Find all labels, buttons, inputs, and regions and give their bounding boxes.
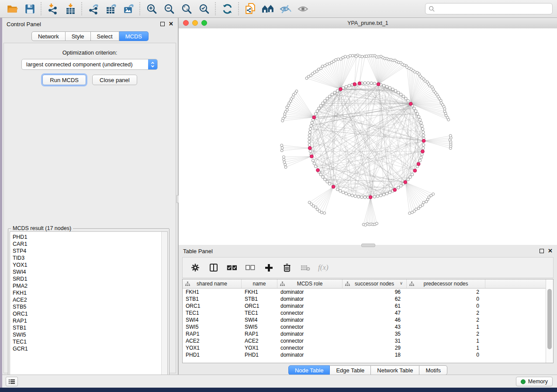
- ring-node[interactable]: [336, 89, 339, 92]
- ring-node[interactable]: [397, 186, 400, 189]
- ring-node[interactable]: [420, 156, 422, 159]
- ring-node[interactable]: [402, 95, 405, 98]
- table-row[interactable]: STB1STB1dominator620: [183, 296, 553, 303]
- ring-node[interactable]: [311, 121, 313, 124]
- search-input[interactable]: [435, 6, 552, 12]
- mcds-result-item[interactable]: ACE2: [10, 296, 161, 303]
- satellite-node[interactable]: [305, 77, 308, 79]
- satellite-node[interactable]: [312, 205, 315, 207]
- maximize-window-icon[interactable]: [201, 20, 207, 26]
- ring-node[interactable]: [308, 134, 311, 137]
- hide-selected-button[interactable]: [277, 1, 294, 16]
- mcds-result-item[interactable]: ORC1: [10, 310, 161, 317]
- ring-node[interactable]: [391, 88, 394, 90]
- mcds-result-item[interactable]: FKH1: [10, 289, 161, 296]
- mcds-result-item[interactable]: PHD1: [10, 234, 161, 241]
- mcds-hub-node[interactable]: [422, 139, 426, 143]
- ring-node[interactable]: [342, 191, 344, 193]
- deselect-all-button[interactable]: [245, 262, 256, 273]
- memory-button[interactable]: Memory: [516, 377, 553, 386]
- table-row[interactable]: YOX1YOX1connector291: [183, 344, 553, 351]
- mcds-result-item[interactable]: SRD1: [10, 275, 161, 282]
- ring-node[interactable]: [420, 121, 422, 124]
- ring-node[interactable]: [373, 82, 376, 85]
- ring-node[interactable]: [422, 144, 425, 146]
- mcds-hub-node[interactable]: [421, 150, 425, 153]
- ring-node[interactable]: [407, 100, 409, 102]
- mcds-hub-node[interactable]: [332, 185, 335, 189]
- ring-node[interactable]: [421, 153, 423, 156]
- ring-node[interactable]: [421, 127, 424, 130]
- ring-node[interactable]: [326, 97, 329, 100]
- ring-node[interactable]: [386, 85, 388, 88]
- mcds-hub-node[interactable]: [377, 83, 380, 86]
- refresh-button[interactable]: [218, 1, 236, 16]
- float-window-icon[interactable]: [160, 22, 165, 26]
- satellite-node[interactable]: [415, 208, 417, 210]
- ring-node[interactable]: [310, 124, 312, 127]
- mcds-hub-node[interactable]: [369, 196, 372, 199]
- ring-node[interactable]: [422, 147, 425, 149]
- mcds-hub-node[interactable]: [393, 188, 397, 192]
- ring-node[interactable]: [322, 102, 324, 104]
- satellite-node[interactable]: [408, 212, 411, 214]
- minimize-window-icon[interactable]: [192, 20, 198, 26]
- ring-node[interactable]: [319, 173, 322, 176]
- zoom-in-button[interactable]: [143, 1, 160, 16]
- satellite-node[interactable]: [355, 55, 357, 58]
- ring-node[interactable]: [313, 162, 315, 165]
- mcds-result-item[interactable]: GCR1: [10, 345, 161, 352]
- ring-node[interactable]: [405, 97, 407, 100]
- ring-node[interactable]: [417, 115, 420, 118]
- satellite-node[interactable]: [346, 55, 349, 58]
- delete-table-button[interactable]: [300, 262, 311, 273]
- ring-node[interactable]: [333, 91, 336, 94]
- ring-node[interactable]: [388, 86, 391, 89]
- mcds-result-list[interactable]: PHD1CAR1STP4TID3YOX1SWI4SRD1PMA2FKH1ACE2…: [10, 231, 168, 389]
- ring-node[interactable]: [339, 189, 342, 192]
- ring-node[interactable]: [316, 110, 318, 112]
- table-row[interactable]: TEC1TEC1connector472: [183, 309, 553, 316]
- ring-node[interactable]: [411, 173, 413, 176]
- ring-node[interactable]: [380, 194, 382, 197]
- table-row[interactable]: ORC1ORC1dominator610: [183, 303, 553, 309]
- table-row[interactable]: PHD1PHD1dominator180: [183, 351, 553, 358]
- export-network-button[interactable]: [85, 1, 102, 16]
- ring-node[interactable]: [345, 85, 347, 88]
- ring-node[interactable]: [419, 118, 421, 121]
- column-header-mcds-role[interactable]: MCDS role: [277, 279, 343, 288]
- mcds-hub-node[interactable]: [358, 82, 361, 85]
- show-all-button[interactable]: [294, 1, 311, 16]
- satellite-node[interactable]: [286, 106, 288, 109]
- table-scrollbar[interactable]: [546, 279, 553, 363]
- satellite-node[interactable]: [320, 211, 323, 214]
- task-history-button[interactable]: [6, 377, 18, 386]
- satellite-node[interactable]: [432, 193, 435, 196]
- satellite-node[interactable]: [361, 55, 363, 58]
- ring-node[interactable]: [308, 131, 311, 133]
- mcds-result-item[interactable]: SWI4: [10, 268, 161, 275]
- tab-motifs[interactable]: Motifs: [419, 365, 447, 375]
- mcds-result-item[interactable]: TEC1: [10, 338, 161, 345]
- ring-node[interactable]: [324, 100, 326, 102]
- ring-node[interactable]: [328, 182, 331, 185]
- satellite-node[interactable]: [328, 62, 331, 65]
- ring-node[interactable]: [388, 191, 391, 193]
- copy-network-button[interactable]: [242, 1, 259, 16]
- satellite-node[interactable]: [280, 149, 283, 152]
- mcds-hub-node[interactable]: [413, 169, 417, 172]
- ring-node[interactable]: [324, 178, 326, 181]
- save-button[interactable]: [21, 1, 38, 16]
- mcds-result-item[interactable]: CAR1: [10, 241, 161, 248]
- ring-node[interactable]: [311, 159, 314, 162]
- ring-node[interactable]: [422, 134, 425, 137]
- tab-network-table[interactable]: Network Table: [371, 365, 419, 375]
- satellite-node[interactable]: [284, 113, 286, 115]
- ring-node[interactable]: [421, 124, 423, 127]
- criterion-dropdown[interactable]: largest connected component (undirected): [21, 59, 158, 70]
- mcds-result-item[interactable]: STB5: [10, 303, 161, 310]
- zoom-selected-button[interactable]: [195, 1, 213, 16]
- ring-node[interactable]: [322, 175, 324, 178]
- select-all-button[interactable]: [226, 262, 238, 273]
- table-row[interactable]: FKH1FKH1dominator962: [183, 289, 553, 296]
